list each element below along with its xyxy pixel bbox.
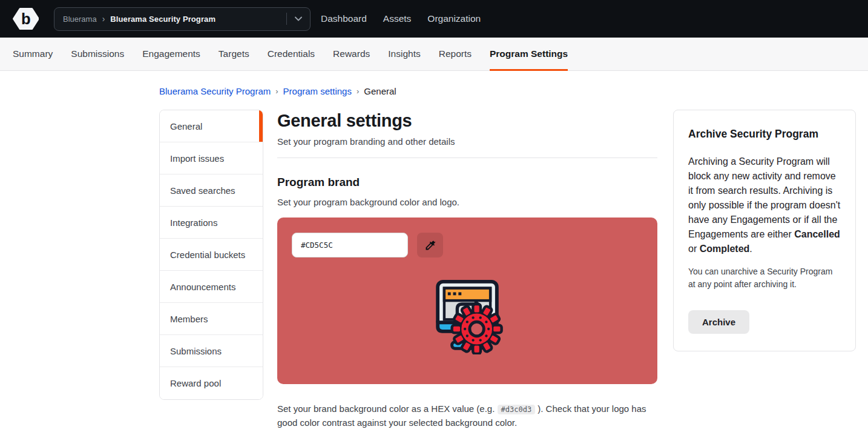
breadcrumb-program-link[interactable]: Bluerama Security Program xyxy=(159,86,271,96)
tab-engagements[interactable]: Engagements xyxy=(142,38,200,70)
page-content: General Import issues Saved searches Int… xyxy=(159,110,868,435)
tab-reports[interactable]: Reports xyxy=(439,38,472,70)
breadcrumb: Bluerama Security Program › Program sett… xyxy=(159,86,868,96)
program-switcher[interactable]: Bluerama › Bluerama Security Program xyxy=(54,7,311,31)
sidebar-item-label: Integrations xyxy=(170,217,217,228)
tab-rewards[interactable]: Rewards xyxy=(333,38,370,70)
settings-sidebar: General Import issues Saved searches Int… xyxy=(159,110,263,400)
tab-targets[interactable]: Targets xyxy=(219,38,249,70)
sidebar-item-label: Saved searches xyxy=(170,185,235,196)
cancelled-bold-text: Cancelled xyxy=(794,229,840,239)
eyedropper-icon xyxy=(424,239,436,251)
logo-letter: b xyxy=(21,10,31,27)
settings-main: General settings Set your program brandi… xyxy=(277,110,657,435)
active-indicator-bar xyxy=(259,110,263,142)
completed-bold-text: Completed xyxy=(700,244,750,254)
program-logo-image xyxy=(430,277,505,354)
sidebar-item-label: Announcements xyxy=(170,282,235,292)
topnav-dashboard[interactable]: Dashboard xyxy=(321,13,367,24)
breadcrumb-separator: › xyxy=(357,87,359,96)
top-navigation: Dashboard Assets Organization xyxy=(321,13,481,24)
archive-card-body: Archiving a Security Program will block … xyxy=(688,154,841,256)
hex-example-code: #d3c0d3 xyxy=(498,405,536,414)
eyedropper-button[interactable] xyxy=(417,233,443,257)
tab-summary[interactable]: Summary xyxy=(13,38,53,70)
sidebar-item-label: Reward pool xyxy=(170,378,221,388)
tab-submissions[interactable]: Submissions xyxy=(71,38,124,70)
topnav-organization[interactable]: Organization xyxy=(427,13,481,24)
sidebar-item-integrations[interactable]: Integrations xyxy=(160,207,263,239)
tab-credentials[interactable]: Credentials xyxy=(268,38,315,70)
breadcrumb-settings-link[interactable]: Program settings xyxy=(283,86,352,96)
breadcrumb-separator: › xyxy=(275,87,278,96)
sidebar-item-label: Submissions xyxy=(170,346,222,356)
brand-color-row xyxy=(277,217,657,257)
tab-insights[interactable]: Insights xyxy=(388,38,420,70)
sidebar-item-label: Members xyxy=(170,314,208,324)
program-brand-heading: Program brand xyxy=(277,176,657,189)
archive-program-card: Archive Security Program Archiving a Sec… xyxy=(673,110,856,351)
switcher-program-label: Bluerama Security Program xyxy=(110,15,215,24)
hex-hint-text: Set your brand background color as a HEX… xyxy=(277,402,657,429)
sidebar-item-credential-buckets[interactable]: Credential buckets xyxy=(160,239,263,271)
hint-text-pre: Set your brand background color as a HEX… xyxy=(277,403,498,414)
archive-body-text: or xyxy=(688,244,700,254)
sidebar-item-general[interactable]: General xyxy=(160,110,263,142)
archive-body-text: . xyxy=(749,244,752,254)
unarchive-note: You can unarchive a Security Program at … xyxy=(688,265,841,291)
program-brand-description: Set your program background color and lo… xyxy=(277,197,657,207)
sidebar-item-submissions[interactable]: Submissions xyxy=(160,335,263,367)
topnav-assets[interactable]: Assets xyxy=(383,13,412,24)
switcher-separator: › xyxy=(102,14,105,24)
section-divider xyxy=(277,158,657,158)
bugcrowd-logo-icon[interactable]: b xyxy=(12,7,39,30)
breadcrumb-current-page: General xyxy=(364,86,396,96)
archive-card-title: Archive Security Program xyxy=(688,128,841,141)
sidebar-item-import-issues[interactable]: Import issues xyxy=(160,142,263,174)
sidebar-item-label: Credential buckets xyxy=(170,250,245,260)
sidebar-item-announcements[interactable]: Announcements xyxy=(160,271,263,303)
sidebar-item-members[interactable]: Members xyxy=(160,303,263,335)
tab-program-settings[interactable]: Program Settings xyxy=(490,38,568,70)
sidebar-item-reward-pool[interactable]: Reward pool xyxy=(160,367,263,399)
top-app-bar: b Bluerama › Bluerama Security Program D… xyxy=(0,0,868,38)
page-title: General settings xyxy=(277,111,657,131)
chevron-down-icon[interactable] xyxy=(287,8,310,30)
page-subtitle: Set your program branding and other deta… xyxy=(277,136,657,147)
brand-preview-box xyxy=(277,217,657,384)
hex-color-input[interactable] xyxy=(292,233,408,257)
archive-body-text: Archiving a Security Program will block … xyxy=(688,156,840,239)
sidebar-item-label: Import issues xyxy=(170,153,224,164)
switcher-org-label: Bluerama xyxy=(63,15,97,24)
archive-button[interactable]: Archive xyxy=(688,310,749,334)
sidebar-item-label: General xyxy=(170,121,202,131)
sidebar-item-saved-searches[interactable]: Saved searches xyxy=(160,174,263,207)
program-tab-bar: Summary Submissions Engagements Targets … xyxy=(0,38,868,71)
